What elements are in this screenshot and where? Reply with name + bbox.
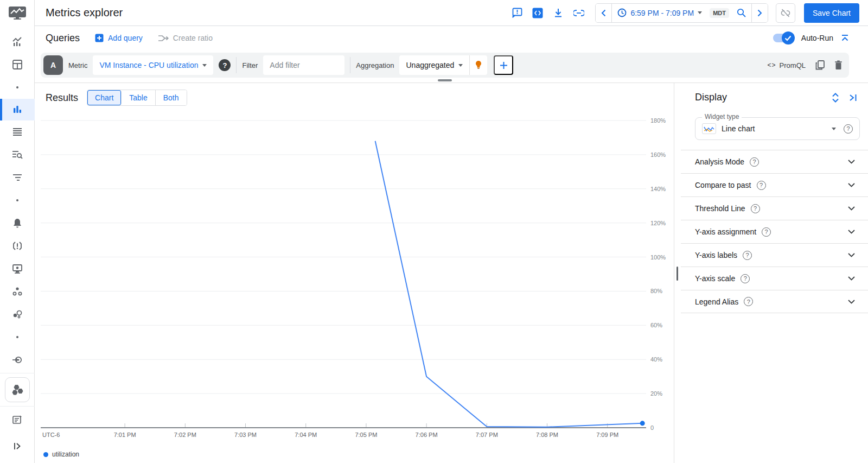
nav-metrics-explorer[interactable] xyxy=(0,99,35,120)
help-icon[interactable]: ? xyxy=(743,251,752,260)
rail-divider xyxy=(0,406,35,407)
nav-more-dot-2[interactable] xyxy=(0,189,35,212)
tab-chart[interactable]: Chart xyxy=(87,90,122,105)
nav-logs-explorer[interactable] xyxy=(0,143,35,166)
y-axis-label: 20% xyxy=(650,390,662,397)
query-builder-strip: A Metric VM Instance - CPU utilization ?… xyxy=(41,53,849,78)
share-link-button[interactable] xyxy=(570,4,588,22)
download-button[interactable] xyxy=(550,4,567,22)
section-analysis-mode[interactable]: Analysis Mode ? xyxy=(681,150,868,173)
y-axis-label: 80% xyxy=(650,288,662,294)
collapse-panel-icon[interactable] xyxy=(849,94,857,102)
panel-resize-handle[interactable] xyxy=(438,79,452,81)
widget-type-select[interactable]: Widget type Line chart ? xyxy=(695,117,860,140)
x-axis-label: 7:05 PM xyxy=(355,432,377,438)
link-off-button[interactable] xyxy=(776,3,795,23)
expand-nav-icon[interactable] xyxy=(0,435,35,458)
save-chart-button[interactable]: Save Chart xyxy=(804,3,859,23)
nav-uptime-checks[interactable] xyxy=(0,257,35,280)
display-panel-title: Display xyxy=(695,92,727,103)
nav-probes[interactable] xyxy=(0,348,35,371)
nav-release-notes[interactable] xyxy=(0,408,35,431)
x-axis-label: 7:08 PM xyxy=(536,432,558,438)
filter-input[interactable] xyxy=(263,55,344,75)
y-axis-label: 160% xyxy=(650,151,666,158)
section-threshold-line[interactable]: Threshold Line ? xyxy=(681,196,868,220)
line-chart-icon xyxy=(702,123,716,134)
section-compare-to-past[interactable]: Compare to past ? xyxy=(681,173,868,196)
time-range-control: 6:59 PM - 7:09 PM MDT xyxy=(595,3,768,23)
metric-help-icon[interactable]: ? xyxy=(219,59,231,71)
nav-logs[interactable] xyxy=(0,120,35,143)
nav-services[interactable] xyxy=(0,280,35,303)
top-app-bar: Metrics explorer 6:59 PM - 7:09 PM MDT xyxy=(35,0,868,26)
promql-label: PromQL xyxy=(780,61,806,69)
auto-run-toggle[interactable] xyxy=(773,34,794,42)
y-axis-label: 40% xyxy=(650,356,662,363)
feedback-button[interactable] xyxy=(508,4,526,22)
nav-dashboards[interactable] xyxy=(0,53,35,76)
main-content: Queries Add query Create ratio Auto-Run xyxy=(35,26,868,463)
help-icon[interactable]: ? xyxy=(762,227,771,237)
chart-legend[interactable]: utilization xyxy=(43,451,79,458)
panel-scrollbar[interactable] xyxy=(676,267,678,281)
widget-type-help-icon[interactable]: ? xyxy=(844,124,853,134)
display-panel: Display Widget type Line chart ? xyxy=(674,83,868,463)
nav-integrations[interactable] xyxy=(0,303,35,326)
help-icon[interactable]: ? xyxy=(744,297,753,306)
suggestion-bulb-button[interactable] xyxy=(470,55,487,75)
time-forward-button[interactable] xyxy=(751,4,768,22)
tab-table[interactable]: Table xyxy=(122,90,155,105)
section-legend-alias[interactable]: Legend Alias ? xyxy=(681,290,868,313)
nav-more-dot-3[interactable] xyxy=(0,326,35,348)
metric-dropdown[interactable]: VM Instance - CPU utilization xyxy=(93,55,213,75)
filter-label: Filter xyxy=(242,61,258,69)
section-y-axis-scale[interactable]: Y-axis scale ? xyxy=(681,267,868,290)
nav-alerting[interactable] xyxy=(0,212,35,234)
create-ratio-button[interactable]: Create ratio xyxy=(158,34,213,42)
x-axis-label: 7:02 PM xyxy=(174,432,196,438)
add-query-button[interactable]: Add query xyxy=(95,34,143,42)
queries-title: Queries xyxy=(46,33,80,44)
aggregation-dropdown[interactable]: Unaggregated xyxy=(399,55,470,75)
add-sub-query-button[interactable] xyxy=(494,55,513,75)
auto-run-label: Auto-Run xyxy=(801,34,833,42)
y-axis-label: 140% xyxy=(650,186,666,192)
delete-query-icon[interactable] xyxy=(834,60,843,70)
help-icon[interactable]: ? xyxy=(741,274,750,283)
ratio-icon xyxy=(158,35,169,42)
duplicate-query-icon[interactable] xyxy=(815,60,825,70)
aggregation-value: Unaggregated xyxy=(406,61,454,69)
time-back-button[interactable] xyxy=(596,4,612,22)
section-y-axis-labels[interactable]: Y-axis labels ? xyxy=(681,243,868,267)
nav-error-reporting[interactable] xyxy=(0,234,35,257)
tab-both[interactable]: Both xyxy=(156,90,187,105)
nav-metrics-overview[interactable] xyxy=(0,30,35,53)
toggle-thumb xyxy=(782,31,795,45)
y-axis-label: 100% xyxy=(650,254,666,261)
help-icon[interactable]: ? xyxy=(751,204,760,213)
section-y-axis-assignment[interactable]: Y-axis assignment ? xyxy=(681,220,868,243)
nav-gke-clusters[interactable] xyxy=(5,377,30,402)
series-line xyxy=(375,141,643,427)
zoom-chart-button[interactable] xyxy=(731,4,751,22)
monitoring-logo-icon[interactable] xyxy=(0,0,35,26)
metric-value: VM Instance - CPU utilization xyxy=(99,61,198,69)
nav-more-dot[interactable] xyxy=(0,76,35,99)
chevron-down-icon xyxy=(698,11,702,14)
aggregation-control: Unaggregated xyxy=(399,55,487,75)
query-letter-badge[interactable]: A xyxy=(43,55,63,75)
results-chart-svg[interactable]: 20%40%60%80%100%120%140%160%180%07:01 PM… xyxy=(35,83,674,463)
legend-series-dot xyxy=(43,452,48,457)
unfold-sections-icon[interactable] xyxy=(832,93,839,103)
nav-trace[interactable] xyxy=(0,166,35,189)
api-code-button[interactable] xyxy=(529,4,546,22)
results-view-tabs: Chart Table Both xyxy=(87,90,187,106)
time-range-dropdown[interactable]: 6:59 PM - 7:09 PM xyxy=(612,8,707,17)
chevron-down-icon xyxy=(848,300,855,304)
x-axis-label: 7:07 PM xyxy=(476,432,498,438)
promql-button[interactable]: <> PromQL xyxy=(768,61,806,69)
help-icon[interactable]: ? xyxy=(757,181,766,190)
help-icon[interactable]: ? xyxy=(750,157,759,167)
collapse-all-icon[interactable] xyxy=(841,34,849,42)
